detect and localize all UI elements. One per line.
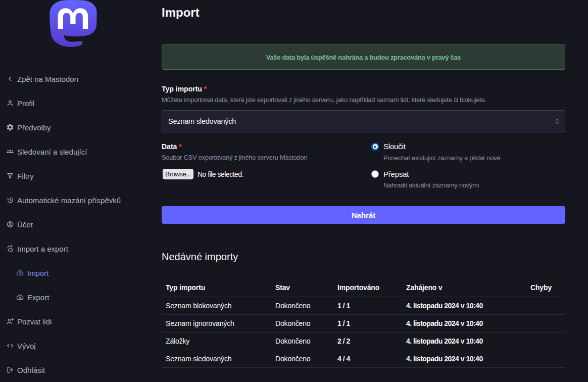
- file-input: Browse... No file selected.: [162, 169, 371, 179]
- sidebar-item-label: Odhlásit: [17, 366, 45, 374]
- sidebar-item-label: Účet: [17, 220, 33, 229]
- table-header-row: Typ importuStavImportovánoZahájeno vChyb…: [162, 279, 565, 297]
- table-row: ZáložkyDokončeno2 / 24. listopadu 2024 v…: [162, 332, 565, 350]
- table-cell: Dokončeno: [271, 297, 333, 314]
- chevron-left-icon: [6, 75, 14, 83]
- people-icon: [6, 148, 14, 156]
- table-cell: Seznam sledovaných: [162, 350, 271, 367]
- sidebar-item-filtry[interactable]: Filtry: [0, 164, 162, 188]
- sidebar-item-automatick-maz-n-p-sp-vk[interactable]: Automatické mazání příspěvků: [0, 188, 162, 212]
- table-cell: 1 / 1: [333, 314, 402, 332]
- column-header: Importováno: [333, 279, 402, 297]
- radio-hint: Ponechat existující záznamy a přidat nov…: [383, 154, 500, 162]
- sidebar-item-label: Zpět na Mastodon: [17, 75, 78, 83]
- import-type-label: Typ importu *: [162, 84, 565, 93]
- table-cell: Seznam ignorovaných: [162, 314, 271, 332]
- browse-button[interactable]: Browse...: [163, 169, 193, 179]
- recent-imports-table: Typ importuStavImportovánoZahájeno vChyb…: [162, 279, 565, 368]
- upload-button[interactable]: Nahrát: [162, 206, 565, 224]
- table-cell: 4. listopadu 2024 v 10:40: [402, 297, 526, 314]
- required-asterisk: *: [204, 85, 207, 93]
- table-cell: Seznam blokovaných: [162, 297, 271, 314]
- sidebar-item-odhl-sit[interactable]: Odhlásit: [0, 358, 162, 382]
- account-circle-icon: [6, 220, 14, 228]
- sidebar-item-export[interactable]: Export: [0, 285, 162, 309]
- main-content: Import Vaše data byla úspěšně nahrána a …: [162, 0, 565, 368]
- recent-imports-title: Nedávné importy: [162, 250, 565, 264]
- person-icon: [6, 99, 14, 107]
- required-asterisk: *: [179, 142, 181, 151]
- sidebar-item-sledovan-a-sleduj-c[interactable]: Sledovaní a sledující: [0, 139, 162, 164]
- cloud-sync-icon: [6, 245, 14, 253]
- cloud-upload-icon: [16, 269, 24, 277]
- sidebar-item-et[interactable]: Účet: [0, 212, 162, 236]
- import-type-hint: Můžete importovat data, která jste expor…: [162, 96, 565, 105]
- sidebar-item-label: Filtry: [17, 172, 34, 180]
- table-cell: Dokončeno: [271, 332, 333, 350]
- sidebar-item-label: Pozvat lidi: [17, 317, 52, 326]
- file-status-text: No file selected.: [198, 170, 243, 178]
- sidebar-item-label: Import a export: [17, 245, 68, 253]
- table-row: Seznam ignorovanýchDokončeno1 / 14. list…: [162, 314, 565, 332]
- sidebar-item-pozvat-lidi[interactable]: Pozvat lidi: [0, 309, 162, 333]
- logout-icon: [6, 366, 14, 374]
- table-cell: 4. listopadu 2024 v 10:40: [402, 332, 526, 350]
- table-row: Seznam sledovanýchDokončeno4 / 44. listo…: [162, 350, 565, 367]
- column-header: Zahájeno v: [402, 279, 526, 297]
- flash-success-text: Vaše data byla úspěšně nahrána a budou z…: [266, 54, 461, 61]
- radio-selected[interactable]: [371, 143, 379, 151]
- radio-hint: Nahradit aktuální záznamy novými: [383, 181, 479, 189]
- duplicate-handling-radio-group: SloučitPonechat existující záznamy a při…: [371, 142, 565, 189]
- flash-success-banner: Vaše data byla úspěšně nahrána a budou z…: [162, 44, 565, 70]
- import-type-selected-value: Seznam sledovaných: [168, 117, 236, 125]
- person-add-icon: [6, 317, 14, 325]
- table-row: Seznam blokovanýchDokončeno1 / 14. listo…: [162, 297, 565, 314]
- cloud-download-icon: [16, 293, 24, 301]
- gear-icon: [6, 123, 14, 131]
- table-cell: [526, 350, 565, 367]
- page-title: Import: [162, 6, 565, 20]
- sidebar-item-import[interactable]: Import: [0, 261, 162, 285]
- table-cell: [526, 314, 565, 332]
- sidebar-item-label: Profil: [17, 99, 34, 108]
- table-cell: [526, 332, 565, 350]
- sidebar-nav: Zpět na MastodonProfilPředvolbySledovaní…: [0, 67, 162, 382]
- radio-label[interactable]: Přepsat: [383, 170, 479, 178]
- sidebar-item-zp-t-na-mastodon[interactable]: Zpět na Mastodon: [0, 67, 162, 91]
- table-cell: Záložky: [162, 332, 271, 350]
- select-arrows-icon: [554, 117, 560, 125]
- filter-icon: [6, 172, 14, 180]
- mastodon-logo[interactable]: [47, 0, 100, 47]
- sidebar-item-label: Export: [27, 293, 49, 302]
- sidebar-item-label: Automatické mazání příspěvků: [17, 196, 121, 205]
- data-file-hint: Soubor CSV exportovaný z jiného serveru …: [162, 153, 371, 162]
- sidebar-item-p-edvolby[interactable]: Předvolby: [0, 115, 162, 139]
- sidebar-item-label: Sledovaní a sledující: [17, 148, 87, 156]
- radio-option-overwrite: PřepsatNahradit aktuální záznamy novými: [371, 170, 565, 190]
- history-icon: [6, 196, 14, 204]
- sidebar-item-v-voj[interactable]: Vývoj: [0, 333, 162, 358]
- table-cell: Dokončeno: [271, 350, 333, 367]
- column-header: Typ importu: [162, 279, 271, 297]
- sidebar-item-label: Předvolby: [17, 123, 51, 132]
- radio-label[interactable]: Sloučit: [383, 142, 500, 151]
- sidebar-item-label: Vývoj: [17, 342, 36, 350]
- table-cell: 4 / 4: [333, 350, 402, 367]
- column-header: Stav: [271, 279, 333, 297]
- import-type-select[interactable]: Seznam sledovaných: [162, 110, 565, 132]
- data-file-label: Data *: [162, 142, 371, 151]
- sidebar: Zpět na MastodonProfilPředvolbySledovaní…: [0, 0, 162, 382]
- sidebar-item-import-a-export[interactable]: Import a export: [0, 236, 162, 261]
- table-cell: [526, 297, 565, 314]
- table-cell: 1 / 1: [333, 297, 402, 314]
- table-cell: 2 / 2: [333, 332, 402, 350]
- code-icon: [6, 342, 14, 350]
- sidebar-item-label: Import: [27, 269, 49, 277]
- column-header: Chyby: [526, 279, 565, 297]
- sidebar-item-profil[interactable]: Profil: [0, 91, 162, 115]
- table-cell: 4. listopadu 2024 v 10:40: [402, 350, 526, 367]
- table-cell: Dokončeno: [271, 314, 333, 332]
- radio-option-merge: SloučitPonechat existující záznamy a při…: [371, 142, 565, 162]
- radio-unselected[interactable]: [371, 170, 379, 178]
- table-cell: 4. listopadu 2024 v 10:40: [402, 314, 526, 332]
